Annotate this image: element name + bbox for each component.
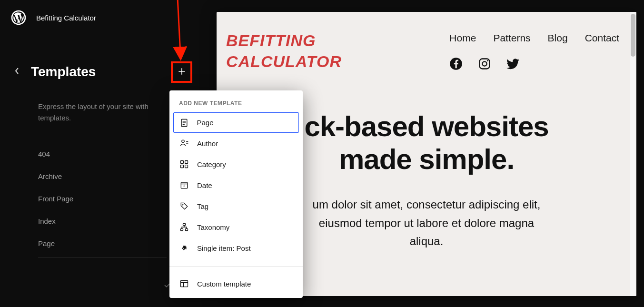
back-chevron-icon[interactable] <box>14 67 19 77</box>
instagram-icon[interactable] <box>478 57 491 70</box>
custom-template-icon <box>179 278 189 289</box>
svg-text:2: 2 <box>183 184 185 188</box>
preview-site-title: BEFITTINGCALCULATOR <box>226 30 342 72</box>
svg-point-4 <box>483 61 487 66</box>
menu-label: Taxonomy <box>197 223 229 231</box>
popover-heading: ADD NEW TEMPLATE <box>169 90 303 112</box>
svg-rect-14 <box>185 161 188 164</box>
menu-label: Tag <box>197 202 208 210</box>
menu-label: Category <box>197 160 226 168</box>
sidebar: Templates Express the layout of your sit… <box>14 64 167 257</box>
menu-item-custom-template[interactable]: Custom template <box>173 273 299 294</box>
menu-label: Custom template <box>197 280 251 288</box>
menu-item-page[interactable]: Page <box>173 112 299 133</box>
menu-item-tag[interactable]: Tag <box>173 196 299 217</box>
annotation-arrow <box>169 0 198 64</box>
nav-patterns[interactable]: Patterns <box>493 32 530 44</box>
facebook-icon[interactable] <box>449 57 463 70</box>
scrollbar-thumb[interactable] <box>631 14 635 57</box>
svg-rect-16 <box>185 165 188 168</box>
template-item-index[interactable]: Index <box>38 210 167 232</box>
svg-rect-21 <box>183 224 186 226</box>
svg-rect-22 <box>181 228 183 230</box>
menu-label: Page <box>197 119 214 127</box>
template-item-front-page[interactable]: Front Page <box>38 188 167 210</box>
menu-label: Single item: Post <box>197 244 251 252</box>
menu-label: Author <box>197 139 218 148</box>
menu-item-category[interactable]: Category <box>173 154 299 175</box>
svg-point-5 <box>487 60 488 61</box>
svg-rect-15 <box>181 165 184 168</box>
svg-line-1 <box>178 0 180 54</box>
menu-item-single-post[interactable]: Single item: Post <box>173 238 299 258</box>
wordpress-logo[interactable] <box>10 10 27 26</box>
template-item-404[interactable]: 404 <box>38 143 167 165</box>
template-list: 404 Archive Front Page Index Page <box>38 143 167 257</box>
template-item-page[interactable]: Page <box>38 232 167 255</box>
nav-contact[interactable]: Contact <box>585 32 619 44</box>
menu-item-date[interactable]: 2 Date <box>173 175 299 196</box>
menu-item-author[interactable]: Author <box>173 133 299 154</box>
svg-point-20 <box>182 204 183 205</box>
sidebar-description: Express the layout of your site with tem… <box>38 101 167 124</box>
plus-icon <box>177 67 187 78</box>
site-name: Befitting Calculator <box>36 14 96 22</box>
nav-home[interactable]: Home <box>449 32 476 44</box>
nav-blog[interactable]: Blog <box>548 32 568 44</box>
svg-rect-23 <box>186 228 188 230</box>
svg-rect-13 <box>181 161 184 164</box>
add-template-popover: ADD NEW TEMPLATE Page Author Category 2 … <box>169 90 303 298</box>
author-icon <box>179 138 189 149</box>
category-icon <box>179 159 189 169</box>
template-item-archive[interactable]: Archive <box>38 165 167 188</box>
date-icon: 2 <box>179 180 189 190</box>
page-icon <box>179 118 189 128</box>
svg-point-10 <box>182 140 184 142</box>
svg-rect-24 <box>181 280 188 287</box>
add-template-button[interactable] <box>171 61 192 83</box>
single-post-icon <box>179 243 189 253</box>
menu-item-taxonomy[interactable]: Taxonomy <box>173 217 299 238</box>
taxonomy-icon <box>179 222 189 232</box>
tag-icon <box>179 201 189 211</box>
twitter-icon[interactable] <box>506 57 520 70</box>
menu-label: Date <box>197 181 212 189</box>
scrollbar[interactable] <box>630 12 636 296</box>
section-title: Templates <box>31 64 96 79</box>
